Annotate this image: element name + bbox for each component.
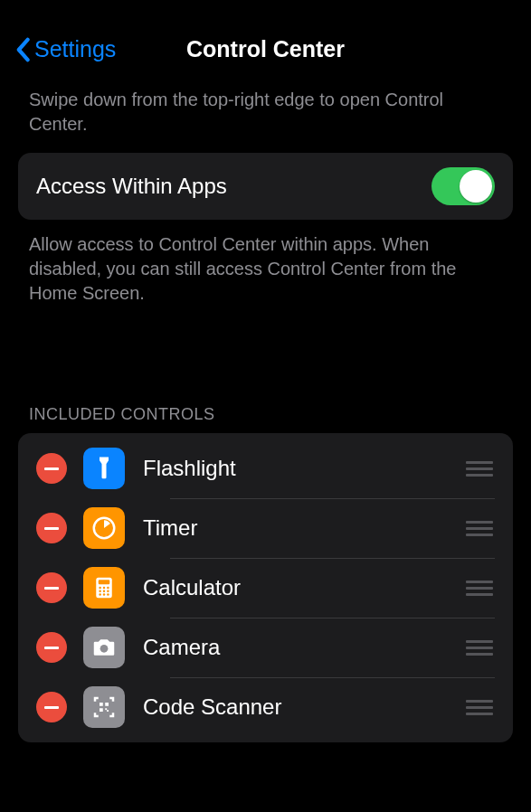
- hint-text: Swipe down from the top-right edge to op…: [0, 80, 531, 153]
- item-label: Flashlight: [143, 456, 464, 481]
- calculator-icon: [83, 567, 125, 609]
- svg-point-9: [99, 593, 101, 596]
- drag-handle[interactable]: [464, 640, 495, 656]
- item-label: Camera: [143, 635, 464, 660]
- svg-point-4: [103, 587, 106, 590]
- remove-button[interactable]: [36, 692, 67, 722]
- list-item: Calculator: [18, 558, 513, 618]
- item-label: Calculator: [143, 575, 464, 600]
- drag-handle[interactable]: [464, 700, 495, 715]
- back-button[interactable]: Settings: [14, 36, 116, 62]
- camera-icon: [83, 627, 125, 668]
- back-label: Settings: [34, 36, 116, 62]
- included-list: Flashlight Timer Calculator Camera Code …: [18, 433, 513, 742]
- remove-button[interactable]: [36, 632, 67, 663]
- svg-rect-15: [100, 708, 103, 712]
- access-label: Access Within Apps: [36, 174, 227, 199]
- drag-handle[interactable]: [464, 581, 495, 596]
- svg-rect-13: [100, 703, 103, 706]
- chevron-left-icon: [14, 37, 31, 62]
- flashlight-icon: [83, 448, 125, 489]
- access-toggle[interactable]: [431, 167, 495, 205]
- svg-rect-16: [105, 708, 107, 710]
- drag-handle[interactable]: [464, 461, 495, 477]
- svg-rect-2: [99, 580, 110, 584]
- list-item: Code Scanner: [18, 677, 513, 737]
- timer-icon: [83, 507, 125, 549]
- drag-handle[interactable]: [464, 521, 495, 536]
- code-scanner-icon: [83, 686, 125, 728]
- access-within-apps-row: Access Within Apps: [18, 153, 513, 220]
- svg-rect-14: [105, 703, 109, 706]
- list-item: Timer: [18, 498, 513, 558]
- svg-point-5: [107, 587, 109, 590]
- item-label: Code Scanner: [143, 694, 464, 720]
- list-item: Camera: [18, 618, 513, 677]
- svg-point-10: [103, 593, 106, 596]
- remove-button[interactable]: [36, 513, 67, 543]
- list-item: Flashlight: [18, 439, 513, 498]
- svg-point-11: [107, 593, 109, 596]
- remove-button[interactable]: [36, 453, 67, 484]
- svg-point-3: [99, 587, 101, 590]
- svg-rect-17: [107, 710, 109, 712]
- nav-bar: Settings Control Center: [0, 0, 531, 80]
- svg-point-12: [100, 645, 109, 653]
- toggle-knob: [460, 170, 492, 203]
- access-card: Access Within Apps: [18, 153, 513, 220]
- access-footer: Allow access to Control Center within ap…: [0, 220, 531, 342]
- svg-point-7: [103, 590, 106, 593]
- svg-point-6: [99, 590, 101, 593]
- remove-button[interactable]: [36, 572, 67, 603]
- included-header: INCLUDED CONTROLS: [0, 342, 531, 433]
- svg-point-8: [107, 590, 109, 593]
- item-label: Timer: [143, 515, 464, 541]
